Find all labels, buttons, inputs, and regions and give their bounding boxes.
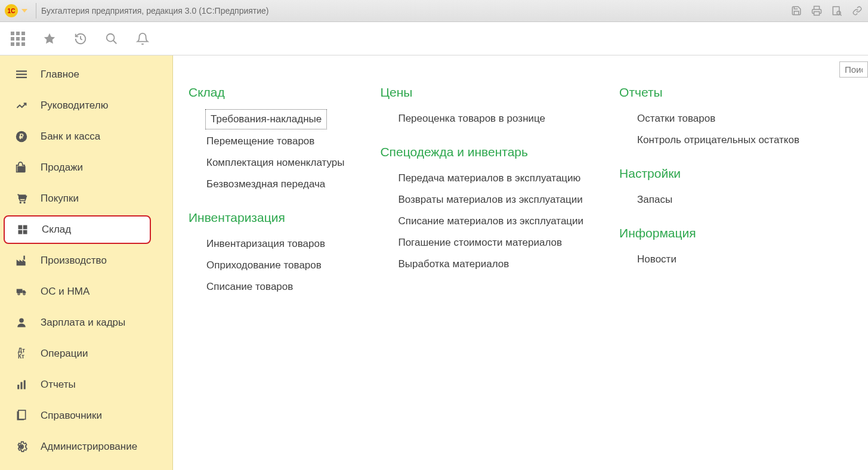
- section-title[interactable]: Спецодежда и инвентарь: [380, 145, 583, 159]
- menu-link[interactable]: Выработка материалов: [380, 253, 583, 275]
- content-column-0: СкладТребования-накладныеПеремещение тов…: [189, 70, 344, 470]
- svg-rect-17: [18, 230, 23, 234]
- svg-rect-28: [18, 410, 26, 419]
- section-title[interactable]: Склад: [189, 85, 344, 100]
- sidebar-item-12[interactable]: Администрирование: [0, 431, 172, 462]
- favorites-star-icon[interactable]: [43, 32, 56, 45]
- svg-rect-9: [16, 77, 27, 78]
- menu-link[interactable]: Переоценка товаров в рознице: [380, 108, 583, 129]
- svg-rect-18: [23, 230, 27, 234]
- sidebar-item-label: Операции: [41, 348, 88, 360]
- sidebar-item-label: Справочники: [41, 410, 102, 422]
- search-input[interactable]: [839, 61, 868, 78]
- sidebar-item-label: Покупки: [41, 193, 79, 205]
- sidebar-item-label: Производство: [41, 255, 107, 267]
- svg-rect-20: [17, 289, 23, 293]
- app-logo-icon: 1С: [5, 4, 18, 17]
- search-icon[interactable]: [105, 32, 118, 45]
- sidebar-item-label: Банк и касса: [41, 131, 100, 143]
- sidebar-item-label: Руководителю: [41, 100, 108, 112]
- svg-rect-7: [16, 70, 27, 72]
- print-icon[interactable]: [811, 5, 823, 17]
- svg-rect-19: [23, 256, 25, 260]
- svg-point-23: [19, 319, 24, 323]
- link-icon[interactable]: [851, 5, 863, 17]
- menu-icon: [14, 69, 29, 80]
- section-title[interactable]: Цены: [380, 85, 583, 100]
- content-column-1: ЦеныПереоценка товаров в розницеСпецодеж…: [380, 70, 583, 470]
- sidebar-item-4[interactable]: Покупки: [0, 183, 172, 214]
- sidebar-item-2[interactable]: ₽Банк и касса: [0, 121, 172, 152]
- svg-point-5: [107, 33, 115, 41]
- sidebar-item-label: Продажи: [41, 162, 83, 174]
- apps-grid-icon[interactable]: [11, 32, 25, 46]
- svg-rect-1: [833, 7, 839, 15]
- dtkt-icon: ДтКт: [14, 348, 29, 360]
- svg-point-21: [18, 293, 20, 295]
- svg-rect-0: [814, 12, 820, 16]
- sidebar-item-label: Зарплата и кадры: [41, 317, 125, 329]
- titlebar-divider: [36, 3, 36, 18]
- menu-link[interactable]: Новости: [619, 249, 799, 270]
- menu-link[interactable]: Списание материалов из эксплуатации: [380, 211, 583, 232]
- sidebar-item-label: Склад: [42, 224, 71, 236]
- menu-link[interactable]: Требования-накладные: [205, 109, 327, 129]
- sidebar-item-8[interactable]: Зарплата и кадры: [0, 307, 172, 338]
- books-icon: [14, 410, 29, 422]
- app-menu-dropdown-icon[interactable]: [21, 9, 27, 13]
- bag-icon: [14, 162, 29, 174]
- preview-icon[interactable]: [831, 5, 843, 17]
- boxes-icon: [16, 224, 30, 235]
- content-area: СкладТребования-накладныеПеремещение тов…: [173, 55, 868, 470]
- main-toolbar: [0, 22, 868, 55]
- svg-rect-26: [24, 381, 26, 389]
- titlebar: 1С Бухгалтерия предприятия, редакция 3.0…: [0, 0, 868, 22]
- sidebar-item-0[interactable]: Главное: [0, 59, 172, 90]
- menu-link[interactable]: Контроль отрицательных остатков: [619, 129, 799, 151]
- truck-icon: [14, 286, 29, 297]
- svg-rect-16: [23, 225, 27, 230]
- svg-marker-4: [44, 33, 55, 43]
- menu-link[interactable]: Погашение стоимости материалов: [380, 232, 583, 253]
- sidebar-item-1[interactable]: Руководителю: [0, 90, 172, 121]
- menu-link[interactable]: Передача материалов в эксплуатацию: [380, 168, 583, 189]
- content-column-2: ОтчетыОстатки товаровКонтроль отрицатель…: [619, 70, 799, 470]
- sidebar-item-6[interactable]: Производство: [0, 245, 172, 276]
- menu-link[interactable]: Списание товаров: [189, 276, 344, 298]
- svg-rect-24: [17, 385, 19, 389]
- menu-link[interactable]: Комплектация номенклатуры: [189, 152, 344, 174]
- menu-link[interactable]: Безвозмездная передача: [189, 174, 344, 195]
- sidebar-item-5[interactable]: Склад: [4, 215, 151, 244]
- section-title[interactable]: Отчеты: [619, 85, 799, 100]
- svg-rect-12: [18, 194, 26, 199]
- bars-icon: [14, 379, 29, 390]
- section-title[interactable]: Информация: [619, 226, 799, 240]
- menu-link[interactable]: Оприходование товаров: [189, 255, 344, 276]
- chart-icon: [14, 100, 29, 111]
- factory-icon: [14, 255, 29, 267]
- history-icon[interactable]: [74, 32, 87, 45]
- svg-point-29: [20, 446, 23, 449]
- section-title[interactable]: Настройки: [619, 166, 799, 181]
- svg-point-14: [23, 202, 25, 203]
- menu-link[interactable]: Остатки товаров: [619, 108, 799, 129]
- sidebar-item-label: Главное: [41, 69, 79, 81]
- menu-link[interactable]: Возвраты материалов из эксплуатации: [380, 189, 583, 211]
- menu-link[interactable]: Запасы: [619, 189, 799, 211]
- sidebar-item-9[interactable]: ДтКтОперации: [0, 338, 172, 369]
- sidebar-item-7[interactable]: ОС и НМА: [0, 276, 172, 307]
- sidebar-item-10[interactable]: Отчеты: [0, 369, 172, 400]
- sidebar-item-3[interactable]: Продажи: [0, 152, 172, 183]
- sidebar-item-11[interactable]: Справочники: [0, 400, 172, 431]
- svg-point-22: [23, 293, 25, 295]
- save-icon[interactable]: [790, 5, 802, 17]
- section-title[interactable]: Инвентаризация: [189, 211, 344, 225]
- svg-line-3: [840, 14, 841, 16]
- bell-icon[interactable]: [136, 32, 149, 45]
- menu-link[interactable]: Инвентаризация товаров: [189, 233, 344, 255]
- menu-link[interactable]: Перемещение товаров: [189, 131, 344, 152]
- svg-text:₽: ₽: [19, 132, 24, 140]
- svg-rect-25: [21, 382, 23, 389]
- svg-rect-8: [16, 74, 27, 75]
- sidebar-item-label: Отчеты: [41, 379, 76, 391]
